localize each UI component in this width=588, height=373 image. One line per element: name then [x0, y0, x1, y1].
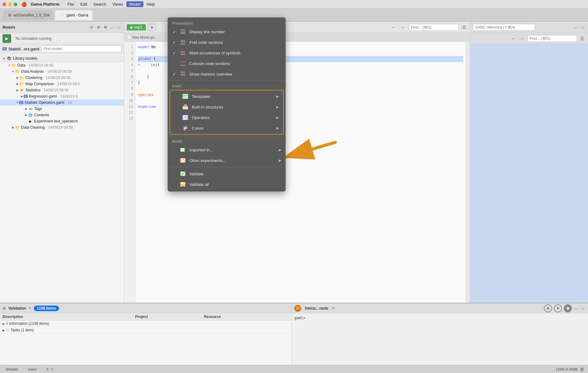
sim-play-button[interactable]: ▶ — [2, 34, 11, 43]
gaml-badge: G — [24, 95, 28, 98]
nav-back-button[interactable]: ← — [390, 24, 397, 30]
menu-help[interactable]: Help — [143, 1, 158, 7]
menu-item-templates[interactable]: Templates ▶ — [170, 91, 283, 102]
library-models-header[interactable]: ▼ 📚 Library models — [0, 55, 124, 62]
sidebar-icon-minimize[interactable]: — — [110, 25, 115, 30]
menu-item-operators[interactable]: f(x) Operators ▶ — [170, 112, 283, 123]
sidebar-icon-collapse[interactable]: ⊟ — [89, 25, 94, 30]
folder-icon: 📁 — [19, 75, 24, 80]
expand-arrow: ▼ — [11, 70, 15, 73]
tree-item-data[interactable]: ▼ 📁 Data - 14/08/19 08:58 — [0, 62, 124, 68]
current-file-name: Statisti...ors.gaml — [8, 47, 39, 51]
add-experiment-button[interactable]: + — [148, 24, 156, 31]
console-panel: 😊 Interac...nsole ✕ A A ⊗ — □ gaml> — [292, 303, 588, 365]
rp-find-input[interactable] — [527, 35, 577, 42]
model-search-input[interactable] — [41, 45, 121, 52]
menu-item-validate-all[interactable]: Validate all — [168, 179, 286, 190]
menu-item-imported-in[interactable]: Imported in... ▶ — [168, 145, 286, 155]
tree-item-statistics[interactable]: ▶ Statistics - 14/08/19 08:58 — [0, 87, 124, 93]
dropdown-menu[interactable]: Presentation ✓ Display line number ✓ — [168, 17, 286, 191]
validation-badge: 1199 items — [34, 306, 59, 311]
menu-item-validate[interactable]: Validate — [168, 168, 286, 179]
tab-editor[interactable]: 📄 .gaml - Gama — [55, 10, 93, 20]
validation-row-info[interactable]: ▶ ℹ Information (1198 items) — [0, 320, 292, 327]
file-badge: G — [2, 47, 7, 50]
tab-workspace-label: wsGamaRel_1.8_334 — [14, 13, 49, 17]
tree-item-contents[interactable]: ▶ 🌐 Contents — [0, 112, 124, 118]
colorize-label: Colorize code sections — [189, 61, 281, 66]
list-view-button[interactable]: ☰ — [461, 24, 468, 30]
menu-views[interactable]: Views — [109, 1, 126, 7]
minimize-button[interactable] — [8, 2, 12, 6]
folder-icon: 📁 — [15, 125, 20, 130]
console-minimize[interactable]: — — [574, 306, 579, 311]
maximize-button[interactable] — [14, 2, 17, 6]
apple-menu[interactable]: 🍎 — [21, 2, 27, 7]
console-font-decrease[interactable]: A — [554, 304, 562, 312]
folder-icon: 📁 — [11, 63, 16, 68]
tree-item-clustering[interactable]: ▶ 📁 Clustering - 14/08/19 08:58 — [0, 75, 124, 81]
no-sim-label: No simulation running — [16, 36, 52, 41]
menu-file[interactable]: File — [64, 1, 77, 7]
validation-close-icon[interactable]: ✕ — [29, 306, 31, 310]
globe-icon: 🌐 — [28, 113, 33, 117]
rp-nav-forward[interactable]: → — [519, 35, 526, 42]
menu-item-colors[interactable]: Colors ▶ — [170, 123, 283, 133]
validation-panel: ⊗ Validation ✕ 1199 items Description Pr… — [0, 303, 292, 365]
console-header: 😊 Interac...nsole ✕ A A ⊗ — □ — [292, 303, 588, 313]
console-font-increase[interactable]: A — [544, 304, 552, 312]
tree-item-data-cleaning[interactable]: ▶ 📁 Data Cleaning - 14/08/19 08:58 — [0, 124, 124, 131]
insert-group: Templates ▶ Built-In structures ▶ — [170, 90, 284, 135]
tree-item-regression[interactable]: ▶ G Regression.gaml - 14/08/19 0 — [0, 93, 124, 99]
rp-maximize-icon[interactable]: □ — [581, 25, 586, 30]
garbage-collect-button[interactable]: 🗑 — [580, 367, 584, 372]
sidebar-icon-link[interactable]: ⊠ — [103, 25, 108, 30]
gaml-reference-input[interactable] — [473, 24, 535, 31]
menu-item-other-experiments[interactable]: Other experiments... ▶ — [168, 155, 286, 166]
close-button[interactable] — [2, 2, 6, 6]
tree-item-experiment[interactable]: ▶ ▶ Experiment test_operators — [0, 118, 124, 124]
menu-model[interactable]: Model — [126, 1, 143, 7]
check-display-line: ✓ — [172, 30, 176, 34]
tree-item-tags[interactable]: ▶ 🏷 Tags — [0, 106, 124, 112]
menu-item-show-markers[interactable]: ✓ Show markers overview — [168, 69, 286, 79]
console-maximize[interactable]: □ — [581, 306, 586, 311]
dot-yellow-icon — [19, 88, 24, 93]
editor-file-tab-label[interactable]: 📄 New Model.ga... — [127, 35, 157, 39]
bottom-section: ⊗ Validation ✕ 1199 items Description Pr… — [0, 303, 588, 365]
main-content: Models ⊟ ⊞ ⊠ — □ ▶ No simulation running… — [0, 22, 588, 303]
sidebar-icon-maximize[interactable]: □ — [116, 25, 121, 30]
menu-item-display-line-number[interactable]: ✓ Display line number — [168, 26, 286, 37]
tree-label: Contents — [34, 113, 49, 117]
menu-search[interactable]: Search — [90, 1, 109, 7]
operators-icon: f(x) — [182, 114, 189, 121]
run-button[interactable]: ▶ exp1 — [127, 24, 146, 30]
menu-item-built-in-structures[interactable]: Built-In structures ▶ — [170, 102, 283, 112]
show-markers-label: Show markers overview — [189, 72, 281, 76]
library-icon: 📚 — [7, 56, 12, 61]
tree-item-data-analysis[interactable]: ▼ 📁 Data Analysis - 14/08/19 08:58 — [0, 68, 124, 75]
console-content[interactable]: gaml> — [292, 313, 588, 365]
tree-item-stat-operators[interactable]: ▼ G Statistic Operators.gaml - 14. — [0, 99, 124, 106]
expand-arrow: ▼ — [7, 64, 11, 67]
folder-icon: 📁 — [19, 81, 24, 86]
menu-item-fold-code[interactable]: ✓ Fold code sections — [168, 37, 286, 48]
find-input[interactable] — [409, 24, 459, 31]
task-icon: ⊙ — [6, 328, 9, 332]
menu-item-colorize-code[interactable]: Colorize code sections — [168, 58, 286, 69]
nav-forward-button[interactable]: → — [400, 24, 406, 30]
tab-bar: ⚙ wsGamaRel_1.8_334 📄 .gaml - Gama — [0, 9, 588, 22]
tab-workspace[interactable]: ⚙ wsGamaRel_1.8_334 — [3, 10, 54, 20]
console-close-icon[interactable]: ✕ — [332, 306, 335, 310]
sidebar: Models ⊟ ⊞ ⊠ — □ ▶ No simulation running… — [0, 22, 124, 303]
console-clear-button[interactable]: ⊗ — [564, 304, 572, 312]
tree-item-map-comparison[interactable]: ▶ 📁 Map Comparison - 14/08/19 08:5 — [0, 81, 124, 87]
rp-nav-back[interactable]: ← — [510, 35, 517, 42]
menu-edit[interactable]: Edit — [77, 1, 90, 7]
rp-list-view[interactable]: ☰ — [579, 35, 586, 42]
validation-row-tasks[interactable]: ▶ ⊙ Tasks (1 item) — [0, 327, 292, 334]
rp-minimize-icon[interactable]: — — [574, 25, 579, 30]
menu-item-mark-occurrences[interactable]: ✓ Mark occurences of symbols — [168, 48, 286, 58]
info-icon: ℹ — [6, 321, 8, 326]
sidebar-icon-expand[interactable]: ⊞ — [96, 25, 101, 30]
